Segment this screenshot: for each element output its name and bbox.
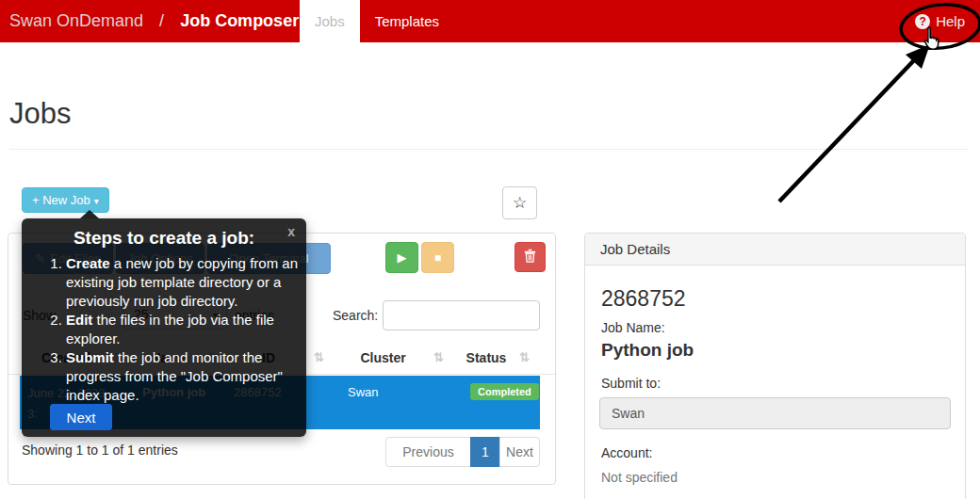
tab-jobs[interactable]: Jobs — [300, 0, 360, 42]
tour-steps: Create a new job by copying from an exis… — [22, 254, 300, 405]
account-value: Not specified — [601, 470, 678, 485]
search-label: Search: — [333, 308, 378, 323]
tour-step: Edit the files in the job via the file e… — [66, 311, 300, 348]
tour-next-button[interactable]: Next — [50, 404, 112, 430]
sort-icon: ⇅ — [519, 350, 530, 364]
account-label: Account: — [601, 445, 652, 460]
sort-icon: ⇅ — [314, 350, 324, 364]
help-label: Help — [936, 13, 965, 29]
brand-section-name: Job Composer — [180, 11, 299, 30]
brand-app-name[interactable]: Swan OnDemand — [9, 11, 143, 30]
favorite-star-button[interactable]: ☆ — [502, 186, 537, 219]
question-circle-icon: ? — [915, 14, 930, 29]
play-icon: ▶ — [398, 250, 407, 265]
submit-to-field — [599, 397, 951, 429]
pagination-page-1[interactable]: 1 — [470, 437, 500, 467]
pagination: Previous 1 Next — [385, 437, 540, 467]
close-icon[interactable]: x — [287, 224, 295, 239]
annotation-arrow-line — [779, 60, 914, 201]
column-header-status[interactable]: Status ⇅ — [455, 350, 517, 365]
status-badge: Completed — [470, 383, 539, 400]
star-icon: ☆ — [513, 193, 527, 213]
tour-popover: Steps to create a job: x Create a new jo… — [22, 218, 306, 437]
popover-arrow-up — [80, 210, 99, 218]
job-id: 2868752 — [601, 286, 686, 312]
table-info-text: Showing 1 to 1 of 1 entries — [22, 443, 178, 458]
search-input[interactable] — [383, 300, 540, 330]
cell-status: Completed — [470, 383, 539, 400]
pagination-next[interactable]: Next — [499, 437, 540, 467]
column-header-cluster[interactable]: Cluster ⇅ — [334, 350, 433, 365]
stop-icon: ■ — [434, 251, 441, 265]
breadcrumb: Swan OnDemand / Job Composer — [9, 0, 299, 42]
tour-step: Submit the job and monitor the progress … — [66, 348, 300, 405]
navbar: Swan OnDemand / Job Composer Jobs Templa… — [0, 0, 980, 42]
job-details-panel: Job Details 2868752 Job Name: Python job… — [584, 233, 966, 499]
cell-cluster: Swan — [348, 385, 379, 399]
navbar-tabs: Jobs Templates — [300, 0, 454, 42]
tour-title: Steps to create a job: — [22, 228, 306, 249]
submit-job-button[interactable]: ▶ — [385, 242, 418, 273]
job-details-header: Job Details — [585, 233, 965, 266]
heading-divider — [9, 149, 969, 150]
breadcrumb-separator: / — [159, 11, 164, 30]
new-job-button[interactable]: + New Job▾ — [22, 187, 109, 213]
pagination-previous[interactable]: Previous — [385, 437, 471, 467]
submit-to-label: Submit to: — [601, 376, 661, 391]
chevron-down-icon: ▾ — [94, 196, 99, 206]
job-name-value: Python job — [601, 340, 694, 361]
annotation-arrow-head — [906, 44, 930, 69]
tab-templates[interactable]: Templates — [360, 0, 454, 42]
job-name-label: Job Name: — [601, 320, 665, 335]
delete-job-button[interactable] — [514, 242, 546, 272]
help-link[interactable]: ? Help — [915, 0, 965, 42]
sort-icon: ⇅ — [433, 350, 444, 364]
page-title: Jobs — [9, 97, 71, 131]
stop-job-button[interactable]: ■ — [421, 242, 454, 273]
trash-icon — [524, 249, 536, 266]
tour-step: Create a new job by copying from an exis… — [66, 254, 300, 311]
